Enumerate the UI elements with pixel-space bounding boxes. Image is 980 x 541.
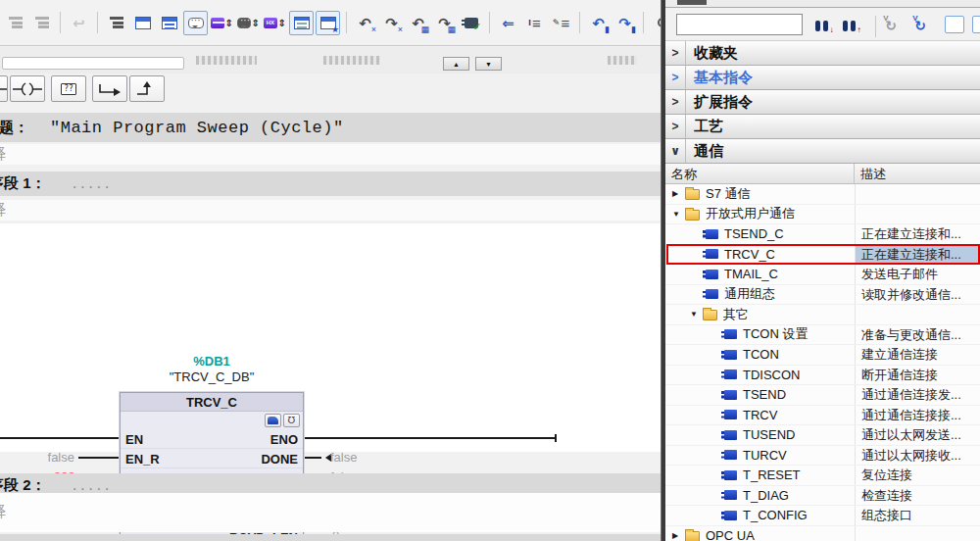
chevron-down-icon[interactable]: ∨ bbox=[665, 139, 686, 163]
chevron-right-icon[interactable]: > bbox=[665, 41, 686, 65]
folder-row[interactable]: ▶OPC UA bbox=[665, 526, 980, 541]
goto-previous-usage-icon[interactable]: ⇐ bbox=[496, 11, 520, 35]
sync-off-icon[interactable]: ↻V bbox=[879, 14, 903, 37]
open-contact-button[interactable] bbox=[0, 75, 8, 102]
chevron-right-icon[interactable]: > bbox=[665, 66, 686, 89]
network-2-title-placeholder[interactable]: ..... bbox=[72, 479, 112, 493]
favorites-in-editor-icon[interactable]: ★ bbox=[316, 11, 340, 35]
block-name[interactable]: TRCV_C bbox=[121, 393, 303, 412]
instruction-row[interactable]: TSEND通过通信连接发... bbox=[665, 385, 980, 406]
block-call-options-icon[interactable] bbox=[265, 414, 281, 427]
scroll-up-button[interactable]: ▲ bbox=[443, 57, 469, 71]
instruction-row[interactable]: TRCV_C正在建立连接和... bbox=[665, 245, 980, 266]
edit-statements-icon[interactable]: ✎≡ bbox=[549, 11, 573, 35]
network-structure-icon[interactable] bbox=[104, 11, 128, 35]
sync-on-icon[interactable]: ↻V bbox=[908, 14, 932, 37]
chevron-right-icon[interactable]: > bbox=[665, 115, 686, 138]
network-1-header[interactable]: 程序段 1： ..... bbox=[0, 172, 661, 196]
update-all-block-calls-icon[interactable]: ↷▦ bbox=[432, 11, 457, 35]
float-panel-icon[interactable] bbox=[945, 16, 964, 33]
next-bookmark-icon[interactable]: ↷▮ bbox=[612, 11, 637, 35]
name-cell: ▼其它 bbox=[665, 305, 855, 324]
instruction-row[interactable]: TUSEND通过以太网发送... bbox=[665, 425, 980, 446]
dock-panel-icon[interactable] bbox=[972, 16, 980, 33]
done-operand[interactable]: false bbox=[330, 450, 357, 465]
section-technology[interactable]: > 工艺 bbox=[665, 115, 980, 139]
instruction-row[interactable]: TSEND_C正在建立连接和... bbox=[665, 224, 980, 245]
section-extended-instructions[interactable]: > 扩展指令 bbox=[665, 90, 980, 115]
search-input[interactable] bbox=[676, 14, 803, 35]
section-basic-instructions[interactable]: > 基本指令 bbox=[665, 66, 980, 90]
pin-en[interactable]: EN bbox=[125, 429, 199, 449]
open-all-networks-icon[interactable] bbox=[130, 11, 155, 35]
panel-title-sliver bbox=[665, 0, 980, 8]
close-branch-button[interactable] bbox=[129, 75, 165, 102]
close-all-networks-icon[interactable] bbox=[157, 11, 181, 35]
scroll-down-button[interactable]: ▼ bbox=[475, 57, 502, 71]
instruction-row[interactable]: T_DIAG检查连接 bbox=[665, 486, 980, 507]
name-cell: TRCV bbox=[665, 406, 855, 425]
block-title-row[interactable]: 标题： "Main Program Sweep (Cycle)" bbox=[0, 113, 661, 142]
consistency-check-icon[interactable] bbox=[459, 11, 483, 35]
tia-portal-window: ↩⇕⇕HX⇕★↶×↷×↶▦↷▦⇐I≡✎≡↶▮↷▮ ▲ ▼ ?? 标题： bbox=[0, 0, 980, 541]
insert-network-after-icon[interactable] bbox=[29, 11, 54, 35]
name-cell: 通用组态 bbox=[665, 285, 855, 305]
instruction-row[interactable]: TURCV通过以太网接收... bbox=[665, 446, 980, 467]
description-cell: 复位连接 bbox=[855, 466, 980, 485]
search-separator bbox=[875, 16, 876, 37]
instruction-row[interactable]: TRCV通过通信连接接... bbox=[665, 406, 980, 426]
folder-row[interactable]: ▼其它 bbox=[665, 305, 980, 325]
truncated-text bbox=[196, 56, 257, 65]
chevron-right-icon[interactable]: > bbox=[665, 90, 686, 114]
block-comment-row[interactable]: 注释 bbox=[0, 144, 661, 165]
network-1-title-placeholder[interactable]: ..... bbox=[72, 177, 112, 191]
instruction-row[interactable]: TMAIL_C发送电子邮件 bbox=[665, 265, 980, 285]
db-address[interactable]: %DB1 bbox=[120, 354, 304, 369]
folder-row[interactable]: ▼开放式用户通信 bbox=[665, 205, 980, 225]
instruction-row[interactable]: 通用组态读取并修改通信... bbox=[665, 285, 980, 306]
network-1-comment[interactable]: 注释 bbox=[0, 200, 661, 221]
empty-box-button[interactable]: ?? bbox=[51, 75, 86, 102]
pin-eno[interactable]: ENO bbox=[229, 429, 298, 449]
comment-display-icon[interactable]: ⇕ bbox=[236, 11, 261, 35]
instruction-row[interactable]: TDISCON断开通信连接 bbox=[665, 366, 980, 386]
network-comments-toggle-icon[interactable] bbox=[183, 11, 208, 35]
find-previous-icon[interactable]: ↑ bbox=[837, 14, 860, 37]
name-column-header[interactable]: 名称 bbox=[665, 164, 855, 183]
expand-icon[interactable]: ▶ bbox=[672, 531, 685, 540]
en-r-operand[interactable]: false bbox=[24, 450, 74, 465]
db-name[interactable]: "TRCV_C_DB" bbox=[100, 369, 323, 384]
update-block-call-icon[interactable]: ↶▦ bbox=[406, 11, 430, 35]
pin-en-r[interactable]: EN_R bbox=[125, 449, 199, 468]
operand-representation-icon[interactable]: HX⇕ bbox=[263, 11, 287, 35]
network-2-comment[interactable]: 注释 bbox=[0, 502, 661, 522]
collapse-icon[interactable]: ▼ bbox=[672, 210, 685, 219]
instruction-row[interactable]: TCON 设置准备与更改通信... bbox=[665, 325, 980, 346]
folder-row[interactable]: ▶S7 通信 bbox=[665, 184, 980, 205]
instruction-row[interactable]: TCON建立通信连接 bbox=[665, 345, 980, 366]
instruction-icon bbox=[724, 470, 737, 480]
coil-button[interactable] bbox=[10, 75, 45, 102]
section-favorites[interactable]: > 收藏夹 bbox=[665, 41, 980, 66]
previous-bookmark-icon[interactable]: ↶▮ bbox=[586, 11, 611, 35]
block-diagnostics-icon[interactable]: ℧ bbox=[283, 414, 300, 427]
open-branch-button[interactable] bbox=[92, 75, 127, 102]
find-next-icon[interactable]: ↓ bbox=[809, 14, 833, 37]
block-title-value[interactable]: "Main Program Sweep (Cycle)" bbox=[50, 119, 344, 137]
expand-icon[interactable]: ▶ bbox=[672, 189, 685, 198]
reset-start-values-icon[interactable]: ↩ bbox=[67, 11, 91, 35]
favorites-bar-toggle-icon[interactable] bbox=[289, 11, 314, 35]
pin-done[interactable]: DONE bbox=[229, 449, 298, 468]
section-communication[interactable]: ∨ 通信 bbox=[665, 139, 980, 164]
description-column-header[interactable]: 描述 bbox=[855, 164, 980, 183]
next-error-icon[interactable]: ↷× bbox=[379, 11, 404, 35]
instruction-icon bbox=[706, 249, 718, 259]
instruction-row[interactable]: T_CONFIG组态接口 bbox=[665, 506, 980, 526]
insert-network-icon[interactable] bbox=[3, 11, 27, 35]
description-cell: 发送电子邮件 bbox=[855, 265, 980, 284]
absolute-operands-icon[interactable]: ⇕ bbox=[210, 11, 234, 35]
expand-statements-icon[interactable]: I≡ bbox=[522, 11, 547, 35]
previous-error-icon[interactable]: ↶× bbox=[353, 11, 377, 35]
instruction-row[interactable]: T_RESET复位连接 bbox=[665, 466, 980, 486]
collapse-icon[interactable]: ▼ bbox=[690, 310, 703, 319]
